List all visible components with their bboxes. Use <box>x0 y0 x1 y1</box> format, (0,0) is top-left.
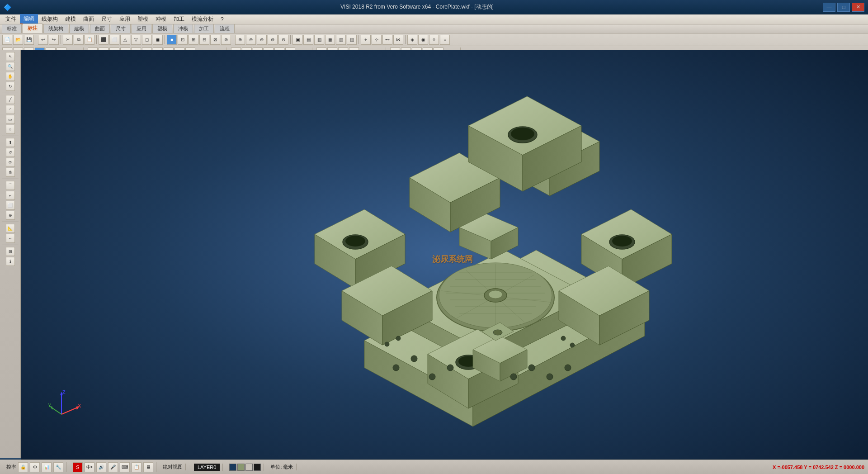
tab-mold[interactable]: 塑模 <box>152 24 172 33</box>
tb-d2[interactable]: ⊖ <box>246 35 256 45</box>
tb-save[interactable]: 💾 <box>24 35 34 45</box>
sb-extrude[interactable]: ⬆ <box>6 138 15 147</box>
tb-copy[interactable]: ⧉ <box>74 35 84 45</box>
viewport[interactable]: 泌尿系统网 Z X Y <box>21 50 868 460</box>
status-btn4[interactable]: 🔧 <box>53 462 63 472</box>
tb-g3[interactable]: ◊ <box>429 35 439 45</box>
status-sbutton6[interactable]: 📋 <box>132 462 142 472</box>
tb-b5[interactable]: ◻ <box>142 35 152 45</box>
tb-cut[interactable]: ✂ <box>63 35 73 45</box>
tb-e6[interactable]: ▨ <box>347 35 357 45</box>
menu-edit[interactable]: 编辑 <box>20 14 38 24</box>
sb-rotate[interactable]: ↻ <box>6 82 15 91</box>
sb-revolve[interactable]: ↺ <box>6 148 15 157</box>
tb-b6[interactable]: ◼ <box>153 35 163 45</box>
sb-arc[interactable]: ◜ <box>6 105 15 114</box>
tb-c6[interactable]: ⊗ <box>221 35 231 45</box>
status-sbutton5[interactable]: ⌨ <box>120 462 130 472</box>
maximize-button[interactable]: □ <box>837 3 850 12</box>
tb-d5[interactable]: ⊜ <box>278 35 288 45</box>
tb-c5[interactable]: ⊠ <box>210 35 220 45</box>
status-btn3[interactable]: 📊 <box>42 462 52 472</box>
color-box-4[interactable] <box>254 464 261 471</box>
tb-c4[interactable]: ⊟ <box>199 35 209 45</box>
tb-d3[interactable]: ⊛ <box>257 35 267 45</box>
status-sbutton3[interactable]: 🔊 <box>96 462 106 472</box>
menu-process[interactable]: 加工 <box>170 14 188 24</box>
sb-layer[interactable]: ⊞ <box>6 247 15 256</box>
tab-standard[interactable]: 标准 <box>2 24 22 33</box>
status-btn2[interactable]: ⚙ <box>30 462 40 472</box>
tb-new[interactable]: 📄 <box>2 35 12 45</box>
sb-pan[interactable]: ✋ <box>6 72 15 81</box>
tb-f3[interactable]: ⊷ <box>382 35 392 45</box>
tb-e5[interactable]: ▧ <box>336 35 346 45</box>
tb-open[interactable]: 📂 <box>13 35 23 45</box>
tb-d1[interactable]: ⊕ <box>235 35 245 45</box>
tab-flow[interactable]: 流程 <box>215 24 235 33</box>
menu-wireframe[interactable]: 线架构 <box>38 14 61 24</box>
tab-dim[interactable]: 尺寸 <box>111 24 131 33</box>
model-viewport[interactable] <box>21 50 868 460</box>
tab-machine[interactable]: 加工 <box>194 24 214 33</box>
tab-apply[interactable]: 应用 <box>132 24 151 33</box>
tb-redo[interactable]: ↪ <box>49 35 59 45</box>
menu-dimension[interactable]: 尺寸 <box>98 14 116 24</box>
color-box-1[interactable] <box>229 464 236 471</box>
tb-c3[interactable]: ⊞ <box>189 35 198 45</box>
tb-b2[interactable]: ⬜ <box>109 35 119 45</box>
menu-help[interactable]: ? <box>217 15 227 24</box>
tb-c1[interactable]: ■ <box>167 35 177 45</box>
menu-flow[interactable]: 模流分析 <box>188 14 217 24</box>
tb-e4[interactable]: ▦ <box>325 35 335 45</box>
tb-g4[interactable]: ○ <box>440 35 450 45</box>
tb-g2[interactable]: ◉ <box>418 35 428 45</box>
sb-fillet[interactable]: ⌒ <box>6 181 15 190</box>
color-box-2[interactable] <box>237 464 245 471</box>
tb-b3[interactable]: △ <box>120 35 130 45</box>
tb-c2[interactable]: ⊡ <box>178 35 188 45</box>
tb-e1[interactable]: ▣ <box>292 35 302 45</box>
tab-build[interactable]: 建模 <box>69 24 89 33</box>
tb-e3[interactable]: ▥ <box>314 35 324 45</box>
status-sbutton1[interactable]: S <box>73 462 83 472</box>
tab-punch[interactable]: 冲模 <box>173 24 193 33</box>
menu-file[interactable]: 文件 <box>2 14 20 24</box>
sb-measure[interactable]: 📐 <box>6 224 15 233</box>
sb-dim[interactable]: ↔ <box>6 234 15 243</box>
status-sbutton2[interactable]: 中• <box>85 462 94 472</box>
tab-surface[interactable]: 曲面 <box>90 24 110 33</box>
titlebar-controls[interactable]: — □ ✕ <box>823 3 864 12</box>
menu-surface[interactable]: 曲面 <box>80 14 98 24</box>
sb-zoom[interactable]: 🔍 <box>6 62 15 71</box>
status-sbutton7[interactable]: 🖥 <box>143 462 153 472</box>
tb-undo[interactable]: ↩ <box>38 35 48 45</box>
sb-props[interactable]: ℹ <box>6 257 15 266</box>
sb-sweep[interactable]: ⟳ <box>6 158 15 167</box>
tb-f2[interactable]: ⊹ <box>372 35 382 45</box>
tb-d4[interactable]: ⊚ <box>268 35 278 45</box>
tb-b4[interactable]: ▽ <box>131 35 141 45</box>
sb-circle[interactable]: ○ <box>6 125 15 134</box>
sb-shell[interactable]: ⬜ <box>6 201 15 210</box>
color-box-3[interactable] <box>245 464 253 471</box>
menu-apply[interactable]: 应用 <box>116 14 134 24</box>
tb-f1[interactable]: ⌖ <box>361 35 371 45</box>
tab-wireframe2[interactable]: 线架构 <box>43 24 68 33</box>
status-btn1[interactable]: 🔒 <box>18 462 28 472</box>
sb-chamfer[interactable]: ⌐ <box>6 191 15 200</box>
sb-rect[interactable]: ▭ <box>6 115 15 124</box>
sb-bool[interactable]: ⊕ <box>6 211 15 220</box>
tab-wireframe[interactable]: 标注 <box>23 24 42 33</box>
sb-select[interactable]: ↖ <box>6 52 15 61</box>
tb-b1[interactable]: ⬛ <box>99 35 108 45</box>
menu-punch[interactable]: 冲模 <box>152 14 170 24</box>
tb-paste[interactable]: 📋 <box>85 35 94 45</box>
minimize-button[interactable]: — <box>823 3 835 12</box>
close-button[interactable]: ✕ <box>852 3 864 12</box>
menu-build[interactable]: 建模 <box>61 14 80 24</box>
sb-loft[interactable]: ⟰ <box>6 168 15 177</box>
tb-f4[interactable]: ⋈ <box>393 35 403 45</box>
tb-g1[interactable]: ◈ <box>407 35 417 45</box>
sb-line[interactable]: ╱ <box>6 95 15 104</box>
